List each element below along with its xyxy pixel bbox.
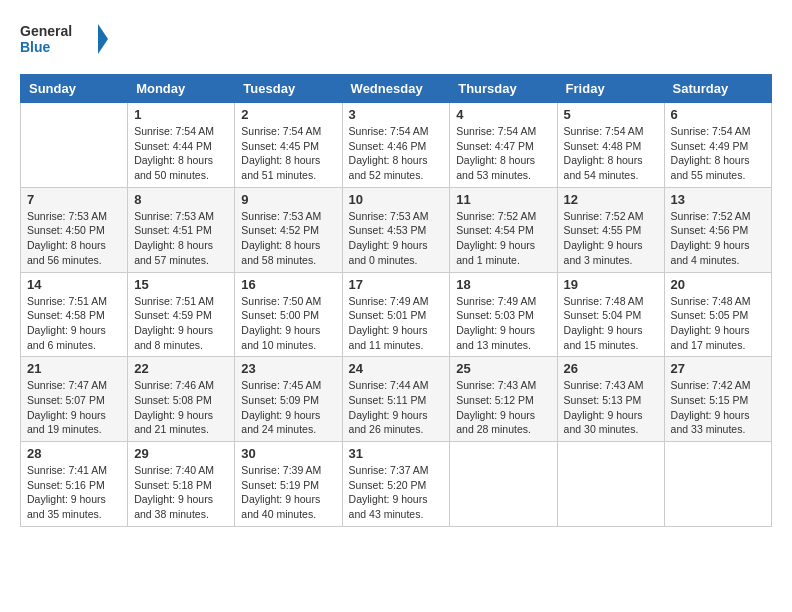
day-info: Sunrise: 7:37 AM Sunset: 5:20 PM Dayligh… <box>349 463 444 522</box>
calendar-cell: 29Sunrise: 7:40 AM Sunset: 5:18 PM Dayli… <box>128 442 235 527</box>
calendar-cell: 13Sunrise: 7:52 AM Sunset: 4:56 PM Dayli… <box>664 187 771 272</box>
calendar-cell: 22Sunrise: 7:46 AM Sunset: 5:08 PM Dayli… <box>128 357 235 442</box>
day-info: Sunrise: 7:43 AM Sunset: 5:13 PM Dayligh… <box>564 378 658 437</box>
logo-svg: General Blue <box>20 20 110 58</box>
day-number: 31 <box>349 446 444 461</box>
calendar-cell: 3Sunrise: 7:54 AM Sunset: 4:46 PM Daylig… <box>342 103 450 188</box>
calendar-cell <box>21 103 128 188</box>
calendar-cell <box>664 442 771 527</box>
day-number: 27 <box>671 361 765 376</box>
calendar-cell <box>450 442 557 527</box>
day-info: Sunrise: 7:53 AM Sunset: 4:52 PM Dayligh… <box>241 209 335 268</box>
calendar-cell: 15Sunrise: 7:51 AM Sunset: 4:59 PM Dayli… <box>128 272 235 357</box>
day-number: 26 <box>564 361 658 376</box>
calendar-cell: 26Sunrise: 7:43 AM Sunset: 5:13 PM Dayli… <box>557 357 664 442</box>
day-info: Sunrise: 7:42 AM Sunset: 5:15 PM Dayligh… <box>671 378 765 437</box>
calendar-week-row: 28Sunrise: 7:41 AM Sunset: 5:16 PM Dayli… <box>21 442 772 527</box>
calendar-cell: 19Sunrise: 7:48 AM Sunset: 5:04 PM Dayli… <box>557 272 664 357</box>
day-info: Sunrise: 7:43 AM Sunset: 5:12 PM Dayligh… <box>456 378 550 437</box>
day-number: 15 <box>134 277 228 292</box>
calendar-cell: 21Sunrise: 7:47 AM Sunset: 5:07 PM Dayli… <box>21 357 128 442</box>
day-info: Sunrise: 7:54 AM Sunset: 4:48 PM Dayligh… <box>564 124 658 183</box>
day-number: 4 <box>456 107 550 122</box>
calendar-cell <box>557 442 664 527</box>
weekday-header-friday: Friday <box>557 75 664 103</box>
day-number: 28 <box>27 446 121 461</box>
calendar-cell: 8Sunrise: 7:53 AM Sunset: 4:51 PM Daylig… <box>128 187 235 272</box>
day-number: 5 <box>564 107 658 122</box>
day-number: 17 <box>349 277 444 292</box>
calendar-cell: 17Sunrise: 7:49 AM Sunset: 5:01 PM Dayli… <box>342 272 450 357</box>
day-number: 11 <box>456 192 550 207</box>
calendar-header-row: SundayMondayTuesdayWednesdayThursdayFrid… <box>21 75 772 103</box>
day-info: Sunrise: 7:48 AM Sunset: 5:05 PM Dayligh… <box>671 294 765 353</box>
calendar-cell: 16Sunrise: 7:50 AM Sunset: 5:00 PM Dayli… <box>235 272 342 357</box>
day-info: Sunrise: 7:54 AM Sunset: 4:46 PM Dayligh… <box>349 124 444 183</box>
day-info: Sunrise: 7:49 AM Sunset: 5:01 PM Dayligh… <box>349 294 444 353</box>
day-info: Sunrise: 7:39 AM Sunset: 5:19 PM Dayligh… <box>241 463 335 522</box>
calendar-cell: 6Sunrise: 7:54 AM Sunset: 4:49 PM Daylig… <box>664 103 771 188</box>
day-info: Sunrise: 7:47 AM Sunset: 5:07 PM Dayligh… <box>27 378 121 437</box>
day-number: 29 <box>134 446 228 461</box>
day-number: 14 <box>27 277 121 292</box>
day-number: 7 <box>27 192 121 207</box>
day-number: 9 <box>241 192 335 207</box>
calendar-cell: 2Sunrise: 7:54 AM Sunset: 4:45 PM Daylig… <box>235 103 342 188</box>
day-info: Sunrise: 7:54 AM Sunset: 4:44 PM Dayligh… <box>134 124 228 183</box>
day-info: Sunrise: 7:54 AM Sunset: 4:45 PM Dayligh… <box>241 124 335 183</box>
calendar-cell: 10Sunrise: 7:53 AM Sunset: 4:53 PM Dayli… <box>342 187 450 272</box>
day-number: 23 <box>241 361 335 376</box>
calendar-cell: 24Sunrise: 7:44 AM Sunset: 5:11 PM Dayli… <box>342 357 450 442</box>
day-info: Sunrise: 7:40 AM Sunset: 5:18 PM Dayligh… <box>134 463 228 522</box>
calendar-cell: 30Sunrise: 7:39 AM Sunset: 5:19 PM Dayli… <box>235 442 342 527</box>
weekday-header-monday: Monday <box>128 75 235 103</box>
calendar-cell: 12Sunrise: 7:52 AM Sunset: 4:55 PM Dayli… <box>557 187 664 272</box>
calendar-cell: 28Sunrise: 7:41 AM Sunset: 5:16 PM Dayli… <box>21 442 128 527</box>
day-number: 19 <box>564 277 658 292</box>
day-number: 13 <box>671 192 765 207</box>
day-number: 2 <box>241 107 335 122</box>
calendar-cell: 25Sunrise: 7:43 AM Sunset: 5:12 PM Dayli… <box>450 357 557 442</box>
day-info: Sunrise: 7:41 AM Sunset: 5:16 PM Dayligh… <box>27 463 121 522</box>
calendar-cell: 5Sunrise: 7:54 AM Sunset: 4:48 PM Daylig… <box>557 103 664 188</box>
day-info: Sunrise: 7:44 AM Sunset: 5:11 PM Dayligh… <box>349 378 444 437</box>
day-number: 3 <box>349 107 444 122</box>
day-number: 16 <box>241 277 335 292</box>
svg-text:Blue: Blue <box>20 39 51 55</box>
day-number: 21 <box>27 361 121 376</box>
calendar-cell: 7Sunrise: 7:53 AM Sunset: 4:50 PM Daylig… <box>21 187 128 272</box>
day-info: Sunrise: 7:48 AM Sunset: 5:04 PM Dayligh… <box>564 294 658 353</box>
weekday-header-tuesday: Tuesday <box>235 75 342 103</box>
calendar-cell: 23Sunrise: 7:45 AM Sunset: 5:09 PM Dayli… <box>235 357 342 442</box>
calendar-cell: 11Sunrise: 7:52 AM Sunset: 4:54 PM Dayli… <box>450 187 557 272</box>
day-info: Sunrise: 7:52 AM Sunset: 4:56 PM Dayligh… <box>671 209 765 268</box>
calendar-week-row: 1Sunrise: 7:54 AM Sunset: 4:44 PM Daylig… <box>21 103 772 188</box>
day-info: Sunrise: 7:54 AM Sunset: 4:49 PM Dayligh… <box>671 124 765 183</box>
day-number: 20 <box>671 277 765 292</box>
calendar-cell: 4Sunrise: 7:54 AM Sunset: 4:47 PM Daylig… <box>450 103 557 188</box>
svg-marker-2 <box>98 24 108 54</box>
calendar-table: SundayMondayTuesdayWednesdayThursdayFrid… <box>20 74 772 527</box>
calendar-week-row: 21Sunrise: 7:47 AM Sunset: 5:07 PM Dayli… <box>21 357 772 442</box>
day-info: Sunrise: 7:45 AM Sunset: 5:09 PM Dayligh… <box>241 378 335 437</box>
weekday-header-thursday: Thursday <box>450 75 557 103</box>
page-header: General Blue <box>20 20 772 58</box>
day-info: Sunrise: 7:46 AM Sunset: 5:08 PM Dayligh… <box>134 378 228 437</box>
day-info: Sunrise: 7:53 AM Sunset: 4:53 PM Dayligh… <box>349 209 444 268</box>
day-info: Sunrise: 7:54 AM Sunset: 4:47 PM Dayligh… <box>456 124 550 183</box>
day-info: Sunrise: 7:53 AM Sunset: 4:50 PM Dayligh… <box>27 209 121 268</box>
day-number: 12 <box>564 192 658 207</box>
calendar-cell: 27Sunrise: 7:42 AM Sunset: 5:15 PM Dayli… <box>664 357 771 442</box>
day-number: 22 <box>134 361 228 376</box>
day-number: 30 <box>241 446 335 461</box>
svg-text:General: General <box>20 23 72 39</box>
day-info: Sunrise: 7:52 AM Sunset: 4:54 PM Dayligh… <box>456 209 550 268</box>
logo: General Blue <box>20 20 110 58</box>
calendar-cell: 1Sunrise: 7:54 AM Sunset: 4:44 PM Daylig… <box>128 103 235 188</box>
day-number: 24 <box>349 361 444 376</box>
calendar-week-row: 14Sunrise: 7:51 AM Sunset: 4:58 PM Dayli… <box>21 272 772 357</box>
day-number: 10 <box>349 192 444 207</box>
day-info: Sunrise: 7:52 AM Sunset: 4:55 PM Dayligh… <box>564 209 658 268</box>
calendar-cell: 31Sunrise: 7:37 AM Sunset: 5:20 PM Dayli… <box>342 442 450 527</box>
day-info: Sunrise: 7:53 AM Sunset: 4:51 PM Dayligh… <box>134 209 228 268</box>
